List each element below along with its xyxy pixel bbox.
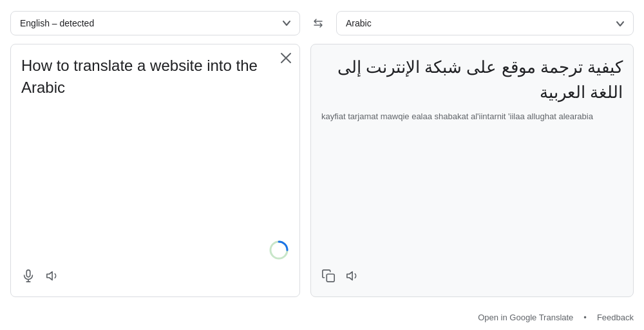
source-actions	[21, 269, 289, 286]
target-arabic-text: كيفية ترجمة موقع على شبكة الإنترنت إلى ا…	[321, 55, 623, 105]
microphone-icon[interactable]	[21, 269, 35, 286]
target-actions	[321, 269, 623, 286]
footer: Open in Google Translate • Feedback	[0, 307, 644, 330]
panels-row: How to translate a website into the Arab…	[10, 44, 634, 297]
open-in-google-translate-link[interactable]: Open in Google Translate	[478, 313, 573, 322]
feedback-link[interactable]: Feedback	[597, 313, 634, 322]
svg-marker-6	[347, 272, 352, 280]
loading-spinner	[269, 240, 289, 263]
translator-container: English – detected Arabic How t	[0, 0, 644, 307]
target-lang-arrow	[616, 18, 624, 28]
svg-marker-4	[47, 272, 52, 280]
target-panel: كيفية ترجمة موقع على شبكة الإنترنت إلى ا…	[310, 44, 634, 297]
lang-selector-row: English – detected Arabic	[10, 10, 634, 36]
copy-icon[interactable]	[321, 269, 336, 286]
source-lang-arrow	[283, 20, 290, 27]
target-lang-dropdown[interactable]: Arabic	[336, 11, 634, 35]
source-lang-label: English – detected	[20, 18, 94, 28]
svg-rect-5	[327, 274, 334, 282]
footer-separator: •	[583, 313, 587, 322]
swap-languages-button[interactable]	[303, 10, 334, 36]
target-lang-label: Arabic	[346, 18, 372, 28]
source-panel: How to translate a website into the Arab…	[10, 44, 300, 297]
clear-button[interactable]	[280, 52, 292, 66]
volume-icon[interactable]	[46, 269, 60, 286]
source-text[interactable]: How to translate a website into the Arab…	[21, 55, 289, 261]
svg-rect-1	[26, 270, 30, 277]
target-volume-icon[interactable]	[346, 269, 360, 286]
target-romanized-text: kayfiat tarjamat mawqie ealaa shabakat a…	[321, 110, 623, 123]
source-lang-dropdown[interactable]: English – detected	[10, 11, 300, 35]
